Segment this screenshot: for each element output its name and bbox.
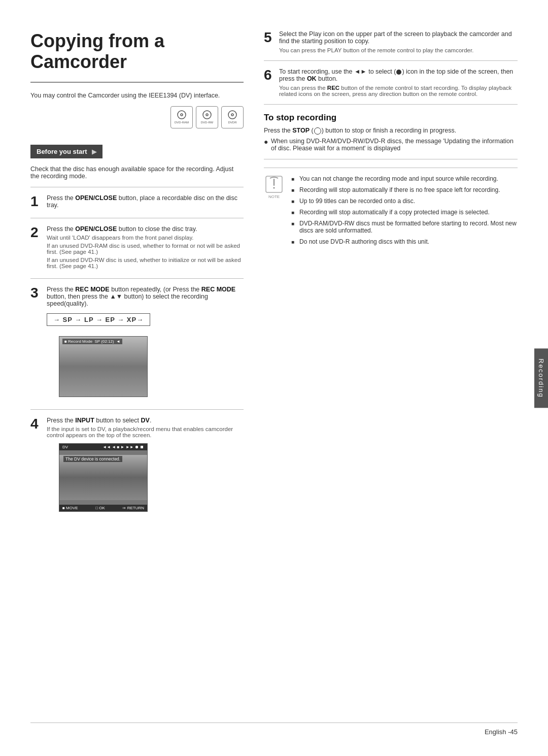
svg-point-2 bbox=[203, 111, 211, 119]
divider-3 bbox=[30, 278, 244, 279]
note-item-2: ■ Recording will stop automatically if t… bbox=[291, 186, 518, 193]
step-4-note: If the input is set to DV, a playback/re… bbox=[47, 426, 244, 438]
stop-bullet-text: When using DVD-RAM/DVD-RW/DVD-R discs, t… bbox=[271, 138, 518, 152]
disc-icons: DVD-RAM DVD-RW DVDR bbox=[30, 106, 244, 128]
step-4: 4 Press the INPUT button to select DV. I… bbox=[30, 417, 244, 517]
record-icon bbox=[396, 70, 401, 75]
step-3-text: Press the REC MODE button repeatedly, (o… bbox=[47, 286, 244, 307]
left-column: Copying from a Camcorder You may control… bbox=[30, 30, 244, 522]
step-6-content: To start recording, use the ◄► to select… bbox=[279, 68, 518, 97]
step-5-number: 5 bbox=[264, 30, 275, 53]
svg-point-1 bbox=[181, 114, 183, 116]
note-items: ■ You can not change the recording mode … bbox=[291, 175, 518, 249]
stop-circle-icon bbox=[314, 127, 321, 135]
check-text: Check that the disc has enough available… bbox=[30, 166, 244, 180]
side-tab: Recording bbox=[534, 348, 548, 408]
note-bullet-2: ■ bbox=[291, 187, 295, 193]
disc-icon-dvdrw: DVD-RW bbox=[196, 106, 218, 128]
step-1: 1 Press the OPEN/CLOSE button, place a r… bbox=[30, 194, 244, 211]
stop-recording-section: To stop recording Press the STOP () butt… bbox=[264, 113, 518, 152]
note-item-6: ■ Do not use DVD-R authoring discs with … bbox=[291, 238, 518, 245]
stop-bullet-1: ● When using DVD-RAM/DVD-RW/DVD-R discs,… bbox=[264, 138, 518, 152]
screenshot-2-controls: ◄◄ ◄ ■ ► ►► ⏺ ⏹ bbox=[102, 445, 144, 449]
step-4-content: Press the INPUT button to select DV. If … bbox=[47, 417, 244, 517]
note-text-1: You can not change the recording mode an… bbox=[299, 175, 498, 182]
step-2-note1: Wait until 'LOAD' disappears from the fr… bbox=[47, 235, 244, 241]
note-text-4: Recording will stop automatically if a c… bbox=[299, 209, 490, 216]
screenshot-2-topbar: DV ◄◄ ◄ ■ ► ►► ⏺ ⏹ bbox=[59, 444, 147, 450]
step-6-note: You can press the REC button of the remo… bbox=[279, 85, 518, 97]
step-5-note: You can press the PLAY button of the rem… bbox=[279, 47, 518, 53]
footer-text: English -45 bbox=[485, 728, 518, 736]
before-start-banner: Before you start ▶ bbox=[30, 145, 102, 158]
divider-1 bbox=[30, 187, 244, 187]
side-tab-label: Recording bbox=[537, 358, 545, 398]
step-6-number: 6 bbox=[264, 68, 275, 97]
step-2: 2 Press the OPEN/CLOSE button to close t… bbox=[30, 225, 244, 271]
step-6-text: To start recording, use the ◄► to select… bbox=[279, 68, 518, 82]
step-2-content: Press the OPEN/CLOSE button to close the… bbox=[47, 225, 244, 271]
bullet-dot: ● bbox=[264, 138, 268, 152]
screenshot-2-move: ■ MOVE bbox=[62, 506, 78, 510]
divider-4 bbox=[30, 409, 244, 410]
svg-point-7 bbox=[273, 187, 275, 188]
note-bullet-1: ■ bbox=[291, 176, 295, 182]
step-3-number: 3 bbox=[30, 286, 43, 402]
svg-point-4 bbox=[228, 111, 236, 119]
stop-recording-title: To stop recording bbox=[264, 113, 518, 123]
divider-2 bbox=[30, 218, 244, 218]
note-item-1: ■ You can not change the recording mode … bbox=[291, 175, 518, 182]
note-bullet-4: ■ bbox=[291, 210, 295, 216]
title-line2: Camcorder bbox=[30, 51, 127, 72]
screenshot-2-bottombar: ■ MOVE □ OK ⇒ RETURN bbox=[59, 505, 147, 511]
note-item-5: ■ DVD-RAM/DVD-RW discs must be formatted… bbox=[291, 220, 518, 234]
step-4-text: Press the INPUT button to select DV. bbox=[47, 417, 244, 424]
screenshot-2-ok: □ OK bbox=[95, 506, 105, 510]
before-start-label: Before you start bbox=[37, 148, 87, 155]
note-item-3: ■ Up to 99 titles can be recorded onto a… bbox=[291, 198, 518, 205]
formula-box: → SP → LP → EP → XP→ bbox=[47, 313, 150, 326]
note-icon-area: NOTE bbox=[264, 175, 284, 249]
step-5: 5 Select the Play icon on the upper part… bbox=[264, 30, 518, 53]
note-text-2: Recording will stop automatically if the… bbox=[299, 186, 500, 193]
screenshot-1: ■ Record Mode SP (02:12) ◄ bbox=[59, 336, 148, 397]
step-1-content: Press the OPEN/CLOSE button, place a rec… bbox=[47, 194, 244, 211]
disc-icon-dvdr: DVDR bbox=[221, 106, 244, 128]
intro-text: You may control the Camcorder using the … bbox=[30, 92, 244, 99]
step-2-note3: If an unused DVD-RW disc is used, whethe… bbox=[47, 257, 244, 269]
screenshot-1-label: ■ Record Mode SP (02:12) ◄ bbox=[62, 339, 122, 344]
note-bullet-6: ■ bbox=[291, 239, 295, 245]
note-bullet-3: ■ bbox=[291, 199, 295, 205]
page: Recording Copying from a Camcorder You m… bbox=[0, 0, 548, 756]
divider-r1 bbox=[264, 60, 518, 61]
step-2-number: 2 bbox=[30, 225, 43, 271]
step-5-content: Select the Play icon on the upper part o… bbox=[279, 30, 518, 53]
note-text-5: DVD-RAM/DVD-RW discs must be formatted b… bbox=[299, 220, 518, 234]
step-6: 6 To start recording, use the ◄► to sele… bbox=[264, 68, 518, 97]
screenshot-2-connected: The DV device is connected. bbox=[63, 456, 122, 462]
note-icon bbox=[265, 175, 283, 193]
note-bullet-5: ■ bbox=[291, 221, 295, 234]
right-column: 5 Select the Play icon on the upper part… bbox=[264, 30, 518, 522]
step-3-content: Press the REC MODE button repeatedly, (o… bbox=[47, 286, 244, 402]
note-label: NOTE bbox=[268, 194, 280, 199]
svg-point-0 bbox=[178, 111, 186, 119]
step-2-text: Press the OPEN/CLOSE button to close the… bbox=[47, 225, 244, 233]
step-1-number: 1 bbox=[30, 194, 43, 211]
svg-point-3 bbox=[206, 114, 208, 116]
note-box: NOTE ■ You can not change the recording … bbox=[264, 168, 518, 249]
note-item-4: ■ Recording will stop automatically if a… bbox=[291, 209, 518, 216]
screenshot-2-dv: DV bbox=[62, 445, 68, 449]
title-line1: Copying from a bbox=[30, 30, 164, 51]
svg-point-5 bbox=[231, 114, 233, 116]
footer: English -45 bbox=[30, 722, 518, 736]
divider-r3 bbox=[264, 159, 518, 159]
stop-recording-main: Press the STOP () button to stop or fini… bbox=[264, 127, 518, 135]
step-5-text: Select the Play icon on the upper part o… bbox=[279, 30, 518, 45]
note-text-6: Do not use DVD-R authoring discs with th… bbox=[299, 238, 429, 245]
screenshot-2-return: ⇒ RETURN bbox=[122, 506, 144, 510]
page-title: Copying from a Camcorder bbox=[30, 30, 244, 83]
step-3: 3 Press the REC MODE button repeatedly, … bbox=[30, 286, 244, 402]
step-2-note2: If an unused DVD-RAM disc is used, wheth… bbox=[47, 243, 244, 255]
step-4-number: 4 bbox=[30, 417, 43, 517]
